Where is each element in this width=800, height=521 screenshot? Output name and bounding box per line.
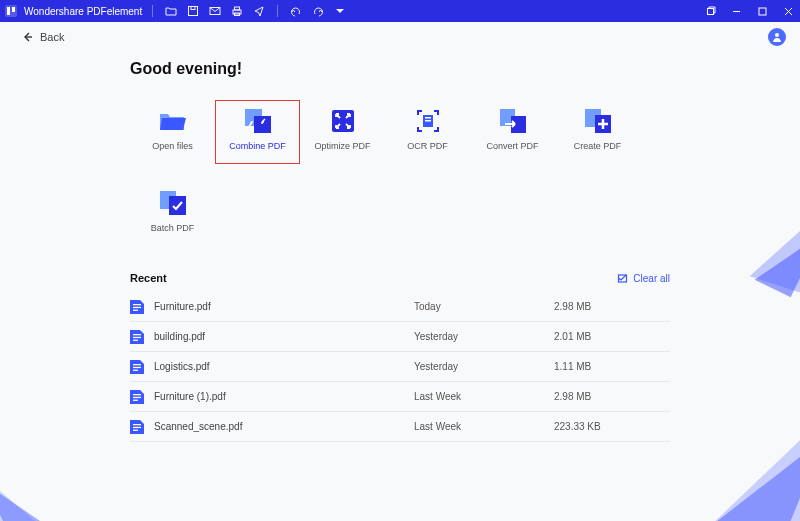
pdf-file-icon: [130, 330, 144, 344]
recent-row[interactable]: Scanned_scene.pdf Last Week 223.33 KB: [130, 412, 670, 442]
svg-rect-26: [133, 334, 141, 335]
svg-rect-32: [133, 394, 141, 395]
tile-open-files[interactable]: Open files: [130, 100, 215, 164]
user-avatar[interactable]: [768, 28, 786, 46]
tile-batch-pdf[interactable]: Batch PDF: [130, 182, 215, 246]
tile-label: Combine PDF: [229, 141, 286, 151]
window-minimize-icon[interactable]: [728, 3, 744, 19]
titlebar-right: [702, 3, 796, 19]
content: Good evening! Open files Combine PDF Opt…: [0, 52, 680, 442]
decor-triangle: [0, 455, 58, 521]
tile-create-pdf[interactable]: Create PDF: [555, 100, 640, 164]
recent-file-date: Yesterday: [414, 331, 554, 342]
recent-file-name: Logistics.pdf: [154, 361, 414, 372]
clear-all-button[interactable]: Clear all: [617, 273, 670, 284]
decor-triangle: [714, 412, 800, 521]
action-tiles: Open files Combine PDF Optimize PDF OCR …: [130, 100, 680, 164]
tile-label: Create PDF: [574, 141, 622, 151]
recent-file-date: Yesterday: [414, 361, 554, 372]
tile-label: Batch PDF: [151, 223, 195, 233]
svg-rect-21: [169, 196, 186, 215]
divider: [277, 5, 278, 17]
batch-pdf-icon: [157, 189, 189, 217]
user-icon: [771, 31, 783, 43]
print-icon[interactable]: [229, 3, 245, 19]
tile-combine-pdf[interactable]: Combine PDF: [215, 100, 300, 164]
undo-icon[interactable]: [288, 3, 304, 19]
redo-icon[interactable]: [310, 3, 326, 19]
svg-rect-37: [133, 429, 138, 430]
svg-rect-23: [133, 304, 141, 305]
titlebar: Wondershare PDFelement: [0, 0, 800, 22]
decor-triangle: [750, 186, 800, 293]
recent-header: Recent Clear all: [130, 272, 670, 284]
recent-row[interactable]: Furniture (1).pdf Last Week 2.98 MB: [130, 382, 670, 412]
svg-rect-30: [133, 366, 141, 367]
top-strip: Back: [0, 22, 800, 52]
app-title: Wondershare PDFelement: [24, 6, 142, 17]
pdf-file-icon: [130, 420, 144, 434]
recent-file-name: Scanned_scene.pdf: [154, 421, 414, 432]
recent-file-name: Furniture.pdf: [154, 301, 414, 312]
pdf-file-icon: [130, 300, 144, 314]
back-arrow-icon: [22, 31, 34, 43]
save-icon[interactable]: [185, 3, 201, 19]
clear-all-icon: [617, 273, 628, 284]
tile-ocr-pdf[interactable]: OCR PDF: [385, 100, 470, 164]
ocr-pdf-icon: [412, 107, 444, 135]
convert-pdf-icon: [497, 107, 529, 135]
recent-row[interactable]: building.pdf Yesterday 2.01 MB: [130, 322, 670, 352]
svg-rect-12: [332, 110, 354, 132]
tile-label: Convert PDF: [486, 141, 538, 151]
tile-optimize-pdf[interactable]: Optimize PDF: [300, 100, 385, 164]
more-icon[interactable]: [332, 3, 348, 19]
recent-title: Recent: [130, 272, 167, 284]
svg-rect-15: [425, 120, 431, 122]
open-files-icon: [157, 107, 189, 135]
window-restore-icon[interactable]: [702, 3, 718, 19]
create-pdf-icon: [582, 107, 614, 135]
window-close-icon[interactable]: [780, 3, 796, 19]
titlebar-left: Wondershare PDFelement: [4, 3, 348, 19]
tile-convert-pdf[interactable]: Convert PDF: [470, 100, 555, 164]
tile-label: Optimize PDF: [314, 141, 370, 151]
svg-rect-7: [707, 8, 713, 14]
decor-triangle: [698, 392, 800, 521]
svg-rect-0: [5, 5, 17, 17]
app-logo-icon: [4, 4, 18, 18]
divider: [152, 5, 153, 17]
tile-label: OCR PDF: [407, 141, 448, 151]
recent-row[interactable]: Logistics.pdf Yesterday 1.11 MB: [130, 352, 670, 382]
svg-point-9: [775, 33, 779, 37]
back-label: Back: [40, 31, 64, 43]
recent-file-size: 2.98 MB: [554, 301, 591, 312]
combine-pdf-icon: [242, 107, 274, 135]
recent-file-size: 1.11 MB: [554, 361, 591, 372]
window-maximize-icon[interactable]: [754, 3, 770, 19]
recent-file-date: Last Week: [414, 391, 554, 402]
recent-file-size: 2.01 MB: [554, 331, 591, 342]
action-tiles-row2: Batch PDF: [130, 182, 680, 246]
mail-icon[interactable]: [207, 3, 223, 19]
svg-rect-2: [191, 7, 195, 10]
recent-file-size: 2.98 MB: [554, 391, 591, 402]
recent-row[interactable]: Furniture.pdf Today 2.98 MB: [130, 292, 670, 322]
open-folder-icon[interactable]: [163, 3, 179, 19]
recent-file-name: building.pdf: [154, 331, 414, 342]
svg-rect-14: [425, 117, 431, 119]
svg-rect-31: [133, 369, 138, 370]
back-button[interactable]: Back: [22, 31, 64, 43]
decor-triangle: [755, 217, 800, 297]
svg-rect-28: [133, 339, 138, 340]
svg-rect-5: [235, 7, 240, 10]
main-body: Back Good evening! Open files Combine PD…: [0, 22, 800, 521]
svg-rect-35: [133, 424, 141, 425]
page-title: Good evening!: [130, 60, 680, 78]
svg-rect-34: [133, 399, 138, 400]
share-icon[interactable]: [251, 3, 267, 19]
recent-file-date: Last Week: [414, 421, 554, 432]
optimize-pdf-icon: [327, 107, 359, 135]
recent-file-name: Furniture (1).pdf: [154, 391, 414, 402]
tile-label: Open files: [152, 141, 193, 151]
decor-triangle: [0, 466, 51, 521]
